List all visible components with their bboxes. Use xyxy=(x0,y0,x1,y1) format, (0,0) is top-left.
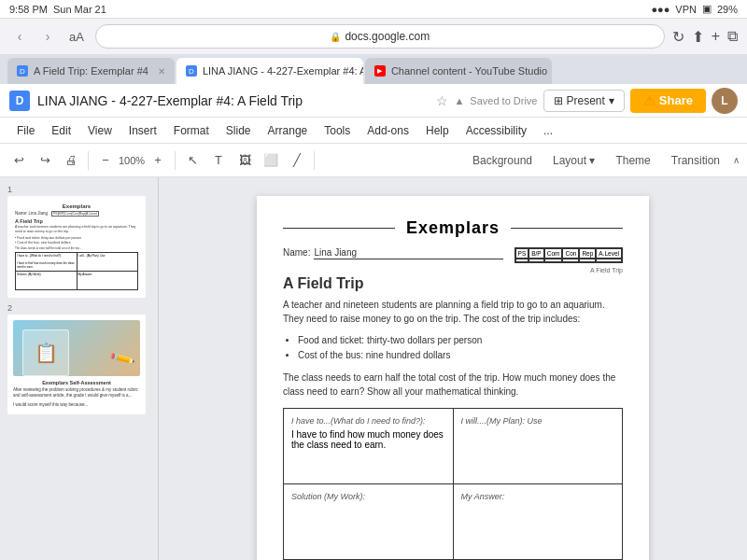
clipboard-decoration: 📋 xyxy=(22,329,69,376)
cell-will-label: I will....(My Plan): Use xyxy=(461,416,615,426)
slide2-body: After reviewing the problem solving proc… xyxy=(13,387,140,399)
reload-button[interactable]: ↻ xyxy=(672,28,684,46)
name-label: Name: xyxy=(283,247,310,258)
menu-help[interactable]: Help xyxy=(418,122,457,139)
tabs-overview-button[interactable]: ⧉ xyxy=(727,28,738,45)
menu-file[interactable]: File xyxy=(9,122,42,139)
menu-addons[interactable]: Add-ons xyxy=(359,122,416,139)
question-text: The class needs to earn half the total c… xyxy=(283,371,623,399)
status-date: Sun Mar 21 xyxy=(53,4,106,15)
cell-will[interactable]: I will....(My Plan): Use xyxy=(453,409,623,484)
toolbar-line[interactable]: ╱ xyxy=(286,149,308,172)
editor-area: Exemplars Name: Lina Jiang PS B/P Com Co… xyxy=(159,177,747,560)
background-button[interactable]: Background xyxy=(465,151,540,170)
toolbar-image[interactable]: 🖼 xyxy=(233,149,256,172)
tab-label-docs2: LINA JIANG - 4-227-Exemplar #4: A Field … xyxy=(203,65,363,77)
present-icon: ⊞ xyxy=(554,94,563,107)
cell-answer-label: My Answer: xyxy=(461,492,615,501)
toolbar-text[interactable]: T xyxy=(207,149,230,172)
slide-image-1[interactable]: Exemplars Name: Lina Jiang PS|B/P|Com|Co… xyxy=(7,196,146,298)
google-docs-icon: D xyxy=(9,91,30,111)
tab-docs2[interactable]: D LINA JIANG - 4-227-Exemplar #4: A Fiel… xyxy=(176,58,363,84)
lock-icon: 🔒 xyxy=(330,32,341,42)
page-label: A Field Trip xyxy=(283,267,623,273)
slide-number-1: 1 xyxy=(7,185,150,194)
cell-solution-content xyxy=(291,505,445,552)
bullet-2: Cost of the bus: nine hundred dollars xyxy=(298,348,623,363)
toolbar: ↩ ↪ 🖨 − 100% + ↖ T 🖼 ⬜ ╱ Background Layo… xyxy=(0,144,747,177)
tab-label-docs1: A Field Trip: Exemplar #4 xyxy=(34,65,148,77)
rubric-bp: B/P xyxy=(529,248,543,259)
status-time: 9:58 PM xyxy=(9,4,48,15)
tab-close-1[interactable]: ✕ xyxy=(158,66,165,77)
add-tab-button[interactable]: + xyxy=(712,28,720,45)
toolbar-zoom[interactable]: 100% xyxy=(120,149,143,172)
menu-more[interactable]: ... xyxy=(536,122,560,139)
body-text: A teacher and nineteen students are plan… xyxy=(283,298,623,326)
toolbar-zoom-in[interactable]: + xyxy=(147,149,169,172)
url-text: docs.google.com xyxy=(345,30,430,43)
cell-answer[interactable]: My Answer: xyxy=(453,484,623,560)
slide-image-2[interactable]: 📋 ✏️ Exemplars Self-Assessment After rev… xyxy=(7,315,146,414)
slide2-image-area: 📋 ✏️ xyxy=(13,320,140,376)
layout-button[interactable]: Layout ▾ xyxy=(545,151,602,170)
menu-insert[interactable]: Insert xyxy=(121,122,164,139)
menu-view[interactable]: View xyxy=(80,122,120,139)
back-button[interactable]: ‹ xyxy=(9,26,30,47)
toolbar-print[interactable]: 🖨 xyxy=(60,149,82,172)
reader-mode-icon[interactable]: aA xyxy=(69,30,84,44)
rubric-com-val xyxy=(544,259,563,262)
toolbar-sep-1 xyxy=(88,151,89,170)
toolbar-undo[interactable]: ↩ xyxy=(7,149,30,172)
signal-icon: ●●● xyxy=(651,4,669,15)
address-bar[interactable]: 🔒 docs.google.com xyxy=(95,24,665,49)
toolbar-select[interactable]: ↖ xyxy=(181,149,204,172)
present-label: Present xyxy=(567,94,605,107)
toolbar-redo[interactable]: ↪ xyxy=(34,149,56,172)
warning-icon: ⚠ xyxy=(643,93,655,108)
yt-favicon: ▶ xyxy=(374,65,386,77)
name-row: Name: Lina Jiang xyxy=(283,247,503,259)
present-button[interactable]: ⊞ Present ▾ xyxy=(543,90,625,112)
name-value: Lina Jiang xyxy=(314,247,502,259)
star-icon[interactable]: ☆ xyxy=(436,93,448,108)
bullet-list: Food and ticket: thirty-two dollars per … xyxy=(298,333,623,363)
menu-format[interactable]: Format xyxy=(166,122,217,139)
cell-have-to[interactable]: I have to...(What do I need to find?): I… xyxy=(284,409,454,484)
document: Exemplars Name: Lina Jiang PS B/P Com Co… xyxy=(257,196,649,560)
share-browser-button[interactable]: ⬆ xyxy=(692,28,704,46)
menu-tools[interactable]: Tools xyxy=(317,122,358,139)
status-bar: 9:58 PM Sun Mar 21 ●●● VPN ▣ 29% xyxy=(0,0,747,19)
tab-youtube[interactable]: ▶ Channel content - YouTube Studio ✕ xyxy=(365,58,552,84)
doc-header-title: Exemplars xyxy=(395,218,511,238)
theme-button[interactable]: Theme xyxy=(608,151,657,170)
forward-button[interactable]: › xyxy=(37,26,58,47)
cell-solution[interactable]: Solution (My Work): xyxy=(284,484,454,560)
toolbar-shape[interactable]: ⬜ xyxy=(260,149,282,172)
main-content: 1 Exemplars Name: Lina Jiang PS|B/P|Com|… xyxy=(0,177,747,560)
slide-thumb-1[interactable]: 1 Exemplars Name: Lina Jiang PS|B/P|Com|… xyxy=(7,185,150,298)
tab-docs1[interactable]: D A Field Trip: Exemplar #4 ✕ xyxy=(7,58,175,84)
vpn-label: VPN xyxy=(675,4,697,15)
rubric-ps-val xyxy=(515,259,529,262)
menu-bar: File Edit View Insert Format Slide Arran… xyxy=(0,118,747,144)
slide2-title: Exemplars Self-Assessment xyxy=(13,380,140,385)
share-label: Share xyxy=(659,93,693,107)
menu-edit[interactable]: Edit xyxy=(44,122,78,139)
section-title: A Field Trip xyxy=(283,275,623,292)
menu-arrange[interactable]: Arrange xyxy=(261,122,316,139)
app-title-bar: D LINA JIANG - 4-227-Exemplar #4: A Fiel… xyxy=(0,84,747,118)
user-avatar[interactable]: L xyxy=(712,88,738,114)
doc-header: Exemplars xyxy=(283,218,623,238)
drive-icon: ▲ xyxy=(454,95,464,106)
rubric-rep: Rep xyxy=(579,248,596,259)
menu-slide[interactable]: Slide xyxy=(218,122,259,139)
share-button[interactable]: ⚠ Share xyxy=(630,89,706,113)
slide2-footer: I would score myself this way because... xyxy=(13,402,140,408)
collapse-toolbar-button[interactable]: ∧ xyxy=(733,155,740,165)
menu-accessibility[interactable]: Accessibility xyxy=(458,122,534,139)
toolbar-zoom-out[interactable]: − xyxy=(94,149,117,172)
slide-thumb-2[interactable]: 2 📋 ✏️ Exemplars Self-Assessment After r… xyxy=(7,303,150,414)
transition-button[interactable]: Transition xyxy=(664,151,727,170)
document-title[interactable]: LINA JIANG - 4-227-Exemplar #4: A Field … xyxy=(37,93,429,108)
